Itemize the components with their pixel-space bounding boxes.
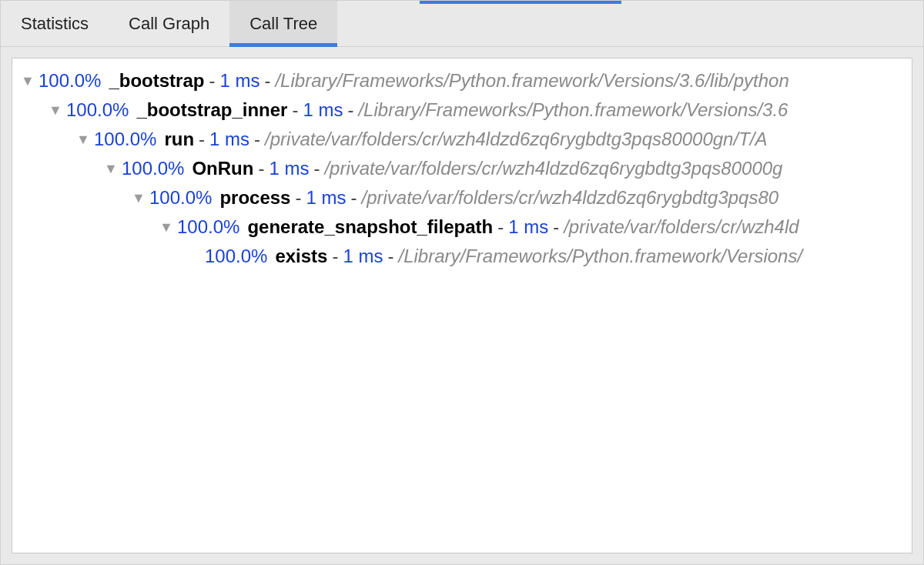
function-name: exists [275, 242, 327, 271]
call-tree-row[interactable]: ▼100.0%_bootstrap_inner-1 ms-/Library/Fr… [17, 95, 912, 125]
call-time: 1 ms [269, 154, 309, 183]
call-tree-row[interactable]: ▼100.0%exists-1 ms-/Library/Frameworks/P… [17, 242, 912, 271]
disclosure-triangle-icon[interactable]: ▼ [45, 95, 66, 125]
file-path: /private/var/folders/cr/wzh4ldzd6zq6rygb… [324, 154, 782, 183]
call-time: 1 ms [219, 66, 259, 95]
disclosure-triangle-icon[interactable]: ▼ [128, 183, 149, 212]
call-tree-row[interactable]: ▼100.0%_bootstrap-1 ms-/Library/Framewor… [17, 66, 912, 95]
separator: - [264, 66, 270, 95]
separator: - [254, 125, 260, 154]
separator: - [295, 183, 301, 212]
call-time: 1 ms [303, 95, 343, 125]
call-tree-row[interactable]: ▼100.0%process-1 ms-/private/var/folders… [17, 183, 912, 212]
function-name: process [219, 183, 290, 212]
tab-statistics[interactable]: Statistics [1, 1, 109, 46]
function-name: run [164, 125, 194, 154]
function-name: generate_snapshot_filepath [247, 212, 493, 242]
file-path: /Library/Frameworks/Python.framework/Ver… [275, 66, 788, 95]
percentage: 100.0% [177, 212, 239, 242]
tab-bar: Statistics Call Graph Call Tree [1, 1, 923, 47]
percentage: 100.0% [149, 183, 212, 212]
file-path: /private/var/folders/cr/wzh4ldzd6zq6rygb… [361, 183, 778, 212]
separator: - [387, 242, 393, 271]
separator: - [209, 66, 215, 95]
separator: - [292, 95, 298, 125]
call-tree-row[interactable]: ▼100.0%generate_snapshot_filepath-1 ms-/… [17, 212, 912, 242]
function-name: _bootstrap [109, 66, 204, 95]
function-name: OnRun [192, 154, 253, 183]
separator: - [199, 125, 205, 154]
disclosure-triangle-icon[interactable]: ▼ [156, 212, 177, 242]
tab-call-tree[interactable]: Call Tree [229, 1, 337, 46]
disclosure-triangle-icon[interactable]: ▼ [17, 66, 38, 95]
separator: - [313, 154, 320, 183]
tab-call-graph[interactable]: Call Graph [109, 1, 229, 46]
percentage: 100.0% [205, 242, 267, 271]
separator: - [332, 242, 338, 271]
separator: - [347, 95, 353, 125]
percentage: 100.0% [66, 95, 129, 125]
separator: - [497, 212, 504, 242]
percentage: 100.0% [122, 154, 184, 183]
file-path: /Library/Frameworks/Python.framework/Ver… [358, 95, 788, 125]
call-tree-panel: ▼100.0%_bootstrap-1 ms-/Library/Framewor… [12, 58, 912, 553]
call-time: 1 ms [343, 242, 383, 271]
separator: - [258, 154, 264, 183]
separator: - [553, 212, 559, 242]
call-time: 1 ms [508, 212, 548, 242]
top-accent-strip [420, 0, 621, 4]
disclosure-triangle-icon[interactable]: ▼ [72, 125, 94, 154]
file-path: /private/var/folders/cr/wzh4ldzd6zq6rygb… [265, 125, 767, 154]
call-tree-row[interactable]: ▼100.0%run-1 ms-/private/var/folders/cr/… [17, 125, 912, 154]
call-tree-row[interactable]: ▼100.0%OnRun-1 ms-/private/var/folders/c… [17, 154, 912, 183]
call-time: 1 ms [306, 183, 346, 212]
file-path: /private/var/folders/cr/wzh4ld [564, 212, 798, 242]
separator: - [350, 183, 357, 212]
disclosure-triangle-icon[interactable]: ▼ [100, 154, 122, 183]
function-name: _bootstrap_inner [136, 95, 287, 125]
percentage: 100.0% [38, 66, 101, 95]
call-time: 1 ms [209, 125, 249, 154]
file-path: /Library/Frameworks/Python.framework/Ver… [398, 242, 802, 271]
percentage: 100.0% [94, 125, 156, 154]
